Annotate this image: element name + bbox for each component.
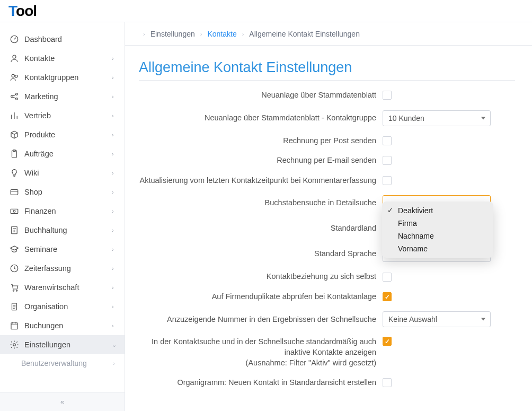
logo-rest: ool [16,3,37,19]
form-label: Anzuzeigende Nummer in den Ergebnissen d… [139,314,383,325]
dropdown-option[interactable]: Vorname [382,242,493,255]
gauge-icon [10,34,19,44]
sidebar-item-label: Zeiterfassung [24,264,112,273]
dropdown-option[interactable]: Nachname [382,230,493,242]
card-icon [10,187,19,197]
sidebar-item-label: Produkte [24,130,112,139]
sidebar-item-label: Warenwirtschaft [24,283,112,292]
checkbox[interactable] [383,176,392,185]
form-label: Rechnung per Post senden [139,136,383,146]
sidebar-item-label: Dashboard [24,35,117,43]
form-control: Keine Auswahl [383,311,494,327]
form-row: In der Kontaktsuche und in der Schnellsu… [139,337,515,368]
form-control [383,156,494,165]
sidebar-item-label: Buchhaltung [24,226,112,234]
form-label: Buchstabensuche in Detailsuche [139,198,383,208]
sidebar-item-warenwirtschaft[interactable]: Warenwirtschaft› [0,278,125,297]
checkbox[interactable] [383,378,392,387]
svg-point-1 [13,55,16,58]
user-icon [10,54,19,63]
sidebar-item-label: Kontakte [24,54,112,63]
form-row: Anzuzeigende Nummer in den Ergebnissen d… [139,311,515,327]
bulb-icon [10,168,19,178]
sidebar-item-produkte[interactable]: Produkte› [0,125,125,144]
sidebar-item-label: Einstellungen [24,340,112,349]
sidebar-item-wiki[interactable]: Wiki› [0,163,125,182]
dropdown-option[interactable]: Firma [382,217,493,230]
sidebar-item-finanzen[interactable]: Finanzen› [0,202,125,221]
chevron-right-icon: › [143,31,145,37]
form-row: Rechnung per Post senden [139,136,515,146]
form-control [383,91,494,100]
svg-point-14 [13,290,14,291]
sidebar-item-label: Kontaktgruppen [24,73,112,82]
select[interactable]: Keine Auswahl [383,311,491,327]
sidebar-collapse[interactable]: « [0,392,125,411]
svg-point-3 [15,75,18,78]
checkbox[interactable] [383,91,392,100]
checkbox[interactable] [383,292,392,301]
sidebar-item-seminare[interactable]: Seminare› [0,240,125,259]
sidebar-item-marketing[interactable]: Marketing› [0,87,125,106]
clock-icon [10,264,19,273]
sidebar-item-kontakte[interactable]: Kontakte› [0,49,125,68]
breadcrumb-item-0[interactable]: Einstellungen [150,30,195,38]
clipboard2-icon [10,302,19,311]
svg-rect-10 [11,209,18,213]
form-row: Neuanlage über Stammdatenblatt - Kontakt… [139,110,515,126]
chevron-right-icon: › [242,31,244,37]
clipboard-icon [10,149,19,159]
svg-rect-9 [11,190,18,195]
sidebar-item-organisation[interactable]: Organisation› [0,297,125,316]
chevron-right-icon: › [112,93,117,100]
checkbox[interactable] [383,337,392,346]
chevron-right-icon: › [112,322,117,329]
form-label: Neuanlage über Stammdatenblatt [139,90,383,101]
svg-point-18 [13,344,16,346]
sidebar-item-label: Wiki [24,169,112,177]
form-control [383,378,494,387]
sidebar-item-shop[interactable]: Shop› [0,182,125,202]
sidebar-item-label: Seminare [24,245,112,253]
sidebar-list: DashboardKontakte›Kontaktgruppen›Marketi… [0,22,125,392]
breadcrumb-item-1[interactable]: Kontakte [207,30,236,38]
form-control [383,176,494,185]
sidebar-item-label: Marketing [24,92,112,101]
sidebar-item-label: Aufträge [24,150,112,158]
sidebar-item-buchungen[interactable]: Buchungen› [0,316,125,335]
form-label: Standard Sprache [139,249,383,259]
sidebar-item-auftraege[interactable]: Aufträge› [0,144,125,163]
svg-rect-17 [11,323,17,329]
form-control [383,337,494,346]
checkbox[interactable] [383,156,392,165]
select[interactable]: 10 Kunden [383,110,491,126]
sidebar-item-einstellungen[interactable]: Einstellungen⌄ [0,335,125,354]
sidebar-item-zeiterfassung[interactable]: Zeiterfassung› [0,259,125,278]
sidebar-sub-item[interactable]: Benutzerverwaltung› [0,354,125,372]
sidebar: DashboardKontakte›Kontaktgruppen›Marketi… [0,22,125,411]
sidebar-item-label: Organisation [24,302,112,311]
dropdown-option[interactable]: Deaktiviert [382,204,493,217]
sidebar-item-buchhaltung[interactable]: Buchhaltung› [0,221,125,240]
gradcap-icon [10,244,19,254]
chevron-right-icon: › [113,360,115,366]
sidebar-item-dashboard[interactable]: Dashboard [0,30,125,49]
chevron-right-icon: › [112,74,117,81]
dropdown-menu[interactable]: DeaktiviertFirmaNachnameVorname [382,202,493,258]
chevron-right-icon: › [112,246,117,252]
breadcrumb-item-2: Allgemeine Kontakt Einstellungen [249,30,360,38]
chevron-right-icon: › [112,170,117,176]
sidebar-item-vertrieb[interactable]: Vertrieb› [0,106,125,125]
checkbox[interactable] [383,136,392,145]
svg-point-15 [16,290,17,291]
checkbox[interactable] [383,273,392,282]
chevron-right-icon: › [112,284,117,291]
header-bar: Tool [0,0,532,22]
sidebar-item-kontaktgruppen[interactable]: Kontaktgruppen› [0,68,125,87]
chevron-right-icon: › [112,208,117,214]
calendar-icon [10,321,19,330]
form-label: Auf Firmenduplikate abprüfen bei Kontakt… [139,292,383,302]
form-label: In der Kontaktsuche und in der Schnellsu… [139,337,383,368]
form-label: Neuanlage über Stammdatenblatt - Kontakt… [139,113,383,124]
breadcrumb: › Einstellungen › Kontakte › Allgemeine … [125,22,532,46]
